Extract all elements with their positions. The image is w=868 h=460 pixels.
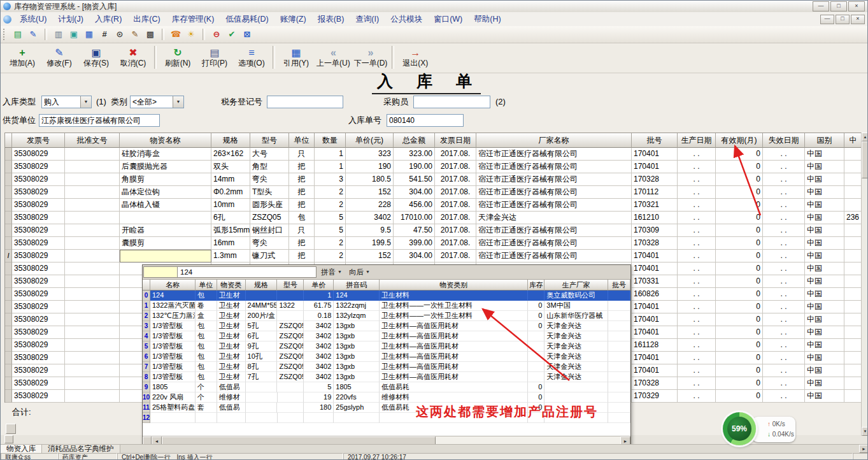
grid-cell[interactable]: 0 <box>528 301 544 311</box>
grid-cell[interactable] <box>65 161 120 173</box>
grid-cell[interactable] <box>608 392 630 403</box>
grid-cell[interactable]: 170401 <box>632 161 678 173</box>
grid-cell[interactable] <box>65 237 120 250</box>
grid-cell[interactable]: 晶体植入镊 <box>120 199 211 212</box>
grid-cell[interactable]: 3M中国 <box>544 301 608 311</box>
grid-cell[interactable]: . . <box>678 377 716 390</box>
grid-cell[interactable]: 14mm <box>211 173 250 186</box>
grid-cell[interactable]: 0 <box>716 275 763 288</box>
grid-cell[interactable] <box>277 382 304 392</box>
grid-cell[interactable]: 132ylzqm <box>334 311 380 321</box>
grid-cell[interactable] <box>246 291 278 301</box>
grid-cell[interactable]: 中国 <box>805 186 844 199</box>
grid-cell[interactable]: 35308029 <box>12 313 65 326</box>
grid-cell[interactable]: 大号 <box>250 148 289 161</box>
grid-cell[interactable]: 132℃压力蒸汽灭菌 <box>150 311 196 321</box>
column-header[interactable]: 中 <box>844 133 862 148</box>
grid-cell[interactable]: 10孔 <box>246 352 278 362</box>
scrollbar-track[interactable] <box>120 445 860 454</box>
grid-cell[interactable] <box>65 224 120 237</box>
grid-cell[interactable] <box>65 250 120 262</box>
grid-cell[interactable]: 263×162 <box>211 148 250 161</box>
grid-cell[interactable] <box>120 212 211 224</box>
grid-cell[interactable]: 1322 <box>277 301 304 311</box>
grid-cell[interactable] <box>246 403 278 413</box>
grid-cell[interactable] <box>608 352 630 362</box>
grid-cell[interactable]: 7孔 <box>246 372 278 382</box>
grid-cell[interactable]: 1.3mm <box>211 250 250 262</box>
grid-cell[interactable]: 中国 <box>805 224 844 237</box>
column-header[interactable]: 数量 <box>315 133 346 148</box>
grid-cell[interactable] <box>608 413 630 423</box>
grid-cell[interactable]: 35308029 <box>12 173 65 186</box>
grid-cell[interactable]: 卫生材 <box>217 311 246 321</box>
grid-cell[interactable]: . . <box>678 326 716 339</box>
grid-cell[interactable]: ZSZQ05 <box>277 362 304 372</box>
report-icon[interactable]: ✎ <box>128 27 142 41</box>
grid-cell[interactable]: 2017.08. <box>435 173 476 186</box>
grid-cell[interactable]: 0 <box>716 352 763 364</box>
grid-cell[interactable]: . . <box>678 148 716 161</box>
lookup-row[interactable]: 10220v 风扇个维修材19220vfs维修材料0 <box>143 392 630 403</box>
grid-cell[interactable]: 9孔 <box>246 341 278 352</box>
column-header[interactable]: 规格 <box>246 280 278 291</box>
column-header[interactable]: 厂家名称 <box>476 133 632 148</box>
grid-cell[interactable]: . . <box>763 352 805 364</box>
options-button[interactable]: ≡选项(O) <box>233 45 270 70</box>
grid-cell[interactable]: 0 <box>716 326 763 339</box>
grid-cell[interactable]: 中国 <box>805 161 844 173</box>
grid-cell[interactable]: 硅胶消毒盒 <box>120 148 211 161</box>
grid-cell[interactable] <box>65 148 120 161</box>
grid-cell[interactable] <box>65 339 120 352</box>
grid-cell[interactable]: . . <box>678 173 716 186</box>
scroll-down-arrow-icon[interactable]: ▼ <box>862 427 868 436</box>
grid-cell[interactable]: 2 <box>315 237 346 250</box>
grid-cell[interactable]: . . <box>763 199 805 212</box>
grid-cell[interactable]: 199.5 <box>346 237 394 250</box>
grid-cell[interactable]: 卫生材料—高值医用耗材 <box>380 341 528 352</box>
grid-cell[interactable]: 2 <box>315 199 346 212</box>
grid-cell[interactable]: 卫生材 <box>217 321 246 331</box>
grid-cell[interactable] <box>844 237 862 250</box>
grid-cell[interactable] <box>544 382 608 392</box>
grid-cell[interactable] <box>277 291 304 301</box>
menu-item[interactable]: 帮助(H) <box>468 12 506 26</box>
grid-cell[interactable] <box>844 326 862 339</box>
grid-cell[interactable]: 把 <box>289 173 315 186</box>
bulb-icon[interactable]: ☀ <box>184 27 198 41</box>
grid-cell[interactable]: 35308029 <box>12 288 65 301</box>
grid-cell[interactable] <box>608 382 630 392</box>
grid-cell[interactable]: 宿迁市正通医疗器械有限公司 <box>476 237 632 250</box>
column-header[interactable]: 物资类 <box>217 280 246 291</box>
grid-cell[interactable]: . . <box>678 301 716 313</box>
grid-cell[interactable]: 323 <box>346 148 394 161</box>
grid-cell[interactable]: 124 <box>150 291 196 301</box>
grid-cell[interactable]: . . <box>678 212 716 224</box>
grid-cell[interactable]: 天津金兴达 <box>544 362 608 372</box>
grid-cell[interactable]: 山东新华医疗器械 <box>544 311 608 321</box>
grid-cell[interactable] <box>844 390 862 403</box>
column-header[interactable]: 单价(元) <box>346 133 394 148</box>
child-restore-button[interactable]: □ <box>836 15 850 24</box>
grid-cell[interactable] <box>65 212 120 224</box>
grid-cell[interactable] <box>65 199 120 212</box>
grid-cell[interactable]: 2017.08. <box>435 224 476 237</box>
grid-cell[interactable]: 卫生材料——一次性卫生材料 <box>380 301 528 311</box>
grid-cell[interactable]: 2 <box>315 186 346 199</box>
grid-cell[interactable]: . . <box>678 313 716 326</box>
grid-cell[interactable]: . . <box>678 352 716 364</box>
new-doc-icon[interactable]: ▤ <box>11 27 25 41</box>
grid-cell[interactable]: 天津金兴达 <box>544 321 608 331</box>
grid-cell[interactable]: . . <box>763 173 805 186</box>
grid-cell[interactable]: 包 <box>196 321 217 331</box>
refresh-button[interactable]: ↻刷新(N) <box>159 45 196 70</box>
category-select[interactable]: <全部> ▼ <box>130 96 184 108</box>
lookup-row[interactable]: 31/3管型板包卫生材5孔ZSZQ05340213gxb卫生材料—高值医用耗材0… <box>143 321 630 331</box>
grid-cell[interactable]: 维修材 <box>217 392 246 403</box>
grid-cell[interactable]: . . <box>763 186 805 199</box>
image-icon[interactable]: ▣ <box>67 27 81 41</box>
grid-cell[interactable]: . . <box>763 250 805 262</box>
grid-cell[interactable]: ZSZQ05 <box>250 212 289 224</box>
table-icon[interactable]: ▦ <box>82 27 96 41</box>
grid-cell[interactable]: 0 <box>716 186 763 199</box>
